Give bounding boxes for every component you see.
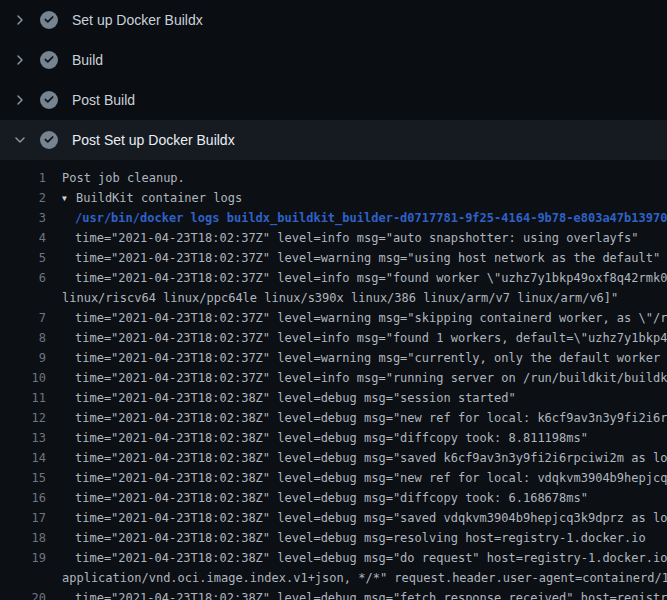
- log-line: 11time="2021-04-23T18:02:38Z" level=debu…: [0, 388, 667, 408]
- log-text: time="2021-04-23T18:02:37Z" level=info m…: [75, 271, 667, 285]
- log-line: linux/riscv64 linux/ppc64le linux/s390x …: [0, 288, 667, 308]
- log-text: time="2021-04-23T18:02:38Z" level=debug …: [75, 551, 667, 565]
- line-number[interactable]: 8: [0, 328, 46, 348]
- log-line-content: linux/riscv64 linux/ppc64le linux/s390x …: [62, 288, 618, 308]
- log-line: 20time="2021-04-23T18:02:38Z" level=debu…: [0, 588, 667, 600]
- log-line: 3/usr/bin/docker logs buildx_buildkit_bu…: [0, 208, 667, 228]
- log-text: time="2021-04-23T18:02:38Z" level=debug …: [75, 411, 667, 425]
- line-number[interactable]: 16: [0, 488, 46, 508]
- log-line: 5time="2021-04-23T18:02:37Z" level=warni…: [0, 248, 667, 268]
- log-line-content: time="2021-04-23T18:02:38Z" level=debug …: [75, 388, 516, 408]
- log-line: 15time="2021-04-23T18:02:38Z" level=debu…: [0, 468, 667, 488]
- chevron-down-icon: [12, 132, 28, 148]
- step-row-post-build[interactable]: Post Build: [0, 80, 667, 120]
- log-line: 2▼BuildKit container logs: [0, 188, 667, 208]
- log-line-content: time="2021-04-23T18:02:38Z" level=debug …: [75, 428, 588, 448]
- log-text: time="2021-04-23T18:02:38Z" level=debug …: [75, 471, 667, 485]
- step-row-build[interactable]: Build: [0, 40, 667, 80]
- line-number[interactable]: 5: [0, 248, 46, 268]
- line-number[interactable]: 12: [0, 408, 46, 428]
- log-text: BuildKit container logs: [76, 191, 242, 205]
- chevron-right-icon: [12, 92, 28, 108]
- log-line: 17time="2021-04-23T18:02:38Z" level=debu…: [0, 508, 667, 528]
- log-text: time="2021-04-23T18:02:37Z" level=warnin…: [75, 251, 660, 265]
- line-number[interactable]: 2: [0, 188, 46, 208]
- line-number[interactable]: 7: [0, 308, 46, 328]
- chevron-right-icon: [12, 52, 28, 68]
- log-line-content: Post job cleanup.: [62, 168, 185, 188]
- log-line-content: time="2021-04-23T18:02:37Z" level=info m…: [75, 268, 667, 288]
- log-line-content: time="2021-04-23T18:02:38Z" level=debug …: [75, 448, 667, 468]
- step-title: Set up Docker Buildx: [72, 12, 203, 28]
- line-number[interactable]: 11: [0, 388, 46, 408]
- steps-list: Set up Docker Buildx Build Post Build Po…: [0, 0, 667, 160]
- line-number[interactable]: 15: [0, 468, 46, 488]
- log-viewer: 1Post job cleanup.2▼BuildKit container l…: [0, 160, 667, 600]
- log-line-content: time="2021-04-23T18:02:38Z" level=debug …: [75, 588, 667, 600]
- line-number[interactable]: [0, 568, 46, 588]
- group-expanded-toggle-icon[interactable]: ▼: [62, 189, 76, 208]
- line-number[interactable]: 6: [0, 268, 46, 288]
- chevron-right-icon: [12, 12, 28, 28]
- log-line-content: time="2021-04-23T18:02:37Z" level=warnin…: [75, 348, 667, 368]
- line-number[interactable]: 3: [0, 208, 46, 228]
- line-number[interactable]: 17: [0, 508, 46, 528]
- log-line-content: time="2021-04-23T18:02:37Z" level=info m…: [75, 228, 639, 248]
- log-line: 7time="2021-04-23T18:02:37Z" level=warni…: [0, 308, 667, 328]
- log-text: time="2021-04-23T18:02:37Z" level=info m…: [75, 331, 667, 345]
- log-line: 6time="2021-04-23T18:02:37Z" level=info …: [0, 268, 667, 288]
- line-number[interactable]: 19: [0, 548, 46, 568]
- log-line-content: time="2021-04-23T18:02:37Z" level=warnin…: [75, 308, 667, 328]
- log-line: 1Post job cleanup.: [0, 168, 667, 188]
- line-number[interactable]: 1: [0, 168, 46, 188]
- log-text: time="2021-04-23T18:02:37Z" level=info m…: [75, 231, 639, 245]
- step-title: Build: [72, 52, 103, 68]
- step-title: Post Set up Docker Buildx: [72, 132, 235, 148]
- log-line-content: time="2021-04-23T18:02:38Z" level=debug …: [75, 508, 667, 528]
- log-line: 16time="2021-04-23T18:02:38Z" level=debu…: [0, 488, 667, 508]
- log-text: linux/riscv64 linux/ppc64le linux/s390x …: [62, 291, 618, 305]
- log-text: time="2021-04-23T18:02:38Z" level=debug …: [75, 591, 667, 600]
- log-line: 19time="2021-04-23T18:02:38Z" level=debu…: [0, 548, 667, 568]
- log-line: 14time="2021-04-23T18:02:38Z" level=debu…: [0, 448, 667, 468]
- log-line-content: time="2021-04-23T18:02:38Z" level=debug …: [75, 408, 667, 428]
- log-line-content: time="2021-04-23T18:02:38Z" level=debug …: [75, 468, 667, 488]
- log-line: application/vnd.oci.image.index.v1+json,…: [0, 568, 667, 588]
- log-text: time="2021-04-23T18:02:38Z" level=debug …: [75, 491, 588, 505]
- line-number[interactable]: 18: [0, 528, 46, 548]
- line-number[interactable]: 9: [0, 348, 46, 368]
- log-text: time="2021-04-23T18:02:38Z" level=debug …: [75, 531, 646, 545]
- log-line: 10time="2021-04-23T18:02:37Z" level=info…: [0, 368, 667, 388]
- log-text: time="2021-04-23T18:02:38Z" level=debug …: [75, 451, 667, 465]
- log-line-content: time="2021-04-23T18:02:37Z" level=info m…: [75, 368, 667, 388]
- log-line-content: time="2021-04-23T18:02:37Z" level=warnin…: [75, 248, 660, 268]
- log-line-content: time="2021-04-23T18:02:38Z" level=debug …: [75, 488, 588, 508]
- log-line: 18time="2021-04-23T18:02:38Z" level=debu…: [0, 528, 667, 548]
- line-number[interactable]: 4: [0, 228, 46, 248]
- log-text: time="2021-04-23T18:02:37Z" level=warnin…: [75, 311, 667, 325]
- check-circle-icon: [40, 11, 58, 29]
- log-line-content: /usr/bin/docker logs buildx_buildkit_bui…: [75, 208, 667, 228]
- log-text: time="2021-04-23T18:02:37Z" level=info m…: [75, 371, 667, 385]
- log-text: application/vnd.oci.image.index.v1+json,…: [62, 571, 667, 585]
- log-command-text: /usr/bin/docker logs buildx_buildkit_bui…: [75, 211, 667, 225]
- log-text: time="2021-04-23T18:02:37Z" level=warnin…: [75, 351, 667, 365]
- log-line-content: time="2021-04-23T18:02:38Z" level=debug …: [75, 548, 667, 568]
- step-row-post-set-up-docker-buildx[interactable]: Post Set up Docker Buildx: [0, 120, 667, 160]
- log-text: time="2021-04-23T18:02:38Z" level=debug …: [75, 391, 516, 405]
- line-number[interactable]: 20: [0, 588, 46, 600]
- log-line: 4time="2021-04-23T18:02:37Z" level=info …: [0, 228, 667, 248]
- step-row-set-up-docker-buildx[interactable]: Set up Docker Buildx: [0, 0, 667, 40]
- line-number[interactable]: 10: [0, 368, 46, 388]
- log-line-content: time="2021-04-23T18:02:38Z" level=debug …: [75, 528, 646, 548]
- log-text: Post job cleanup.: [62, 171, 185, 185]
- line-number[interactable]: 13: [0, 428, 46, 448]
- line-number[interactable]: 14: [0, 448, 46, 468]
- log-line-content: time="2021-04-23T18:02:37Z" level=info m…: [75, 328, 667, 348]
- step-title: Post Build: [72, 92, 135, 108]
- log-line: 9time="2021-04-23T18:02:37Z" level=warni…: [0, 348, 667, 368]
- log-line: 12time="2021-04-23T18:02:38Z" level=debu…: [0, 408, 667, 428]
- line-number[interactable]: [0, 288, 46, 308]
- log-line: 13time="2021-04-23T18:02:38Z" level=debu…: [0, 428, 667, 448]
- log-text: time="2021-04-23T18:02:38Z" level=debug …: [75, 431, 588, 445]
